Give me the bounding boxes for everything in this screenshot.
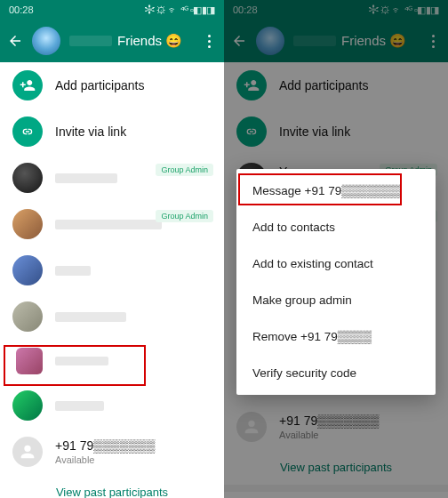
invite-link-row[interactable]: Invite via link bbox=[224, 108, 448, 155]
member-phone: +91 79▒▒▒▒▒▒▒ bbox=[55, 438, 212, 453]
content-left: Add participants Invite via link Group A… bbox=[0, 62, 224, 498]
invite-link-row[interactable]: Invite via link bbox=[0, 108, 224, 155]
placeholder-avatar-icon bbox=[236, 412, 267, 442]
avatar bbox=[12, 163, 43, 193]
status-time: 00:28 bbox=[233, 4, 258, 15]
avatar bbox=[12, 209, 43, 239]
member-row[interactable] bbox=[0, 247, 224, 293]
status-icons: ✻ ⚙ ᯤ ⁴ᴳ ▫◧▮◨ bbox=[369, 4, 439, 16]
status-bar: 00:28 ✻ ⚙ ᯤ ⁴ᴳ ▫◧▮◨ bbox=[224, 0, 448, 20]
avatar bbox=[16, 348, 43, 374]
placeholder-avatar-icon bbox=[12, 437, 43, 467]
menu-add-contacts[interactable]: Add to contacts bbox=[236, 209, 436, 245]
link-icon bbox=[236, 116, 267, 147]
member-row[interactable] bbox=[0, 382, 224, 429]
status-time: 00:28 bbox=[9, 4, 34, 15]
member-row[interactable] bbox=[0, 340, 224, 382]
context-menu: Message +91 79▒▒▒▒▒▒▒ Add to contacts Ad… bbox=[236, 169, 436, 395]
screen-left: 00:28 ✻ ⚙ ᯤ ⁴ᴳ ▫◧▮◨ Friends 😄 Add partic… bbox=[0, 0, 224, 498]
add-person-icon bbox=[236, 70, 267, 100]
avatar bbox=[12, 301, 43, 332]
member-row-selected[interactable]: +91 79▒▒▒▒▒▒▒ Available bbox=[0, 429, 224, 475]
member-row[interactable] bbox=[0, 293, 224, 340]
link-icon bbox=[12, 116, 43, 147]
member-row[interactable]: Group Admin bbox=[0, 201, 224, 247]
menu-verify-code[interactable]: Verify security code bbox=[236, 355, 436, 391]
group-avatar[interactable] bbox=[32, 27, 60, 55]
title-blur bbox=[293, 36, 336, 46]
add-participants-label: Add participants bbox=[55, 78, 212, 92]
title-blur bbox=[69, 36, 112, 46]
overflow-menu-icon[interactable] bbox=[201, 35, 217, 48]
avatar bbox=[12, 390, 43, 421]
back-icon[interactable] bbox=[231, 33, 247, 49]
add-participants-row[interactable]: Add participants bbox=[0, 62, 224, 108]
overflow-menu-icon[interactable] bbox=[425, 35, 441, 48]
member-name-blur bbox=[55, 357, 108, 365]
member-name-blur bbox=[55, 312, 126, 322]
invite-link-label: Invite via link bbox=[55, 124, 212, 139]
menu-add-existing[interactable]: Add to existing contact bbox=[236, 245, 436, 282]
member-name-blur bbox=[55, 266, 91, 276]
add-person-icon bbox=[12, 70, 43, 100]
app-bar: Friends 😄 bbox=[0, 20, 224, 62]
status-icons: ✻ ⚙ ᯤ ⁴ᴳ ▫◧▮◨ bbox=[145, 4, 215, 16]
group-avatar[interactable] bbox=[256, 27, 284, 55]
status-bar: 00:28 ✻ ⚙ ᯤ ⁴ᴳ ▫◧▮◨ bbox=[0, 0, 224, 20]
section-divider bbox=[224, 485, 448, 492]
add-participants-row[interactable]: Add participants bbox=[224, 62, 448, 108]
member-name-blur bbox=[55, 173, 117, 183]
avatar bbox=[12, 255, 43, 285]
member-row-selected[interactable]: +91 79▒▒▒▒▒▒▒ Available bbox=[224, 404, 448, 450]
app-bar: Friends 😄 bbox=[224, 20, 448, 62]
menu-remove[interactable]: Remove +91 79▒▒▒▒ bbox=[236, 318, 436, 355]
member-row[interactable]: Group Admin bbox=[0, 155, 224, 201]
menu-make-admin[interactable]: Make group admin bbox=[236, 282, 436, 318]
admin-badge: Group Admin bbox=[156, 164, 213, 176]
exit-group-row[interactable]: Exit group bbox=[224, 492, 448, 498]
admin-badge: Group Admin bbox=[156, 210, 213, 222]
back-icon[interactable] bbox=[7, 33, 23, 49]
group-title[interactable]: Friends 😄 bbox=[293, 33, 416, 49]
screen-right: 00:28 ✻ ⚙ ᯤ ⁴ᴳ ▫◧▮◨ Friends 😄 Add partic… bbox=[224, 0, 448, 498]
member-status: Available bbox=[55, 454, 212, 465]
view-past-participants[interactable]: View past participants bbox=[0, 475, 224, 498]
view-past-participants[interactable]: View past participants bbox=[224, 450, 448, 485]
group-title[interactable]: Friends 😄 bbox=[69, 33, 192, 49]
member-name-blur bbox=[55, 220, 162, 229]
member-name-blur bbox=[55, 401, 104, 411]
menu-message[interactable]: Message +91 79▒▒▒▒▒▒▒ bbox=[236, 173, 436, 209]
member-phone: +91 79▒▒▒▒▒▒▒ bbox=[279, 414, 436, 428]
member-status: Available bbox=[279, 430, 436, 440]
